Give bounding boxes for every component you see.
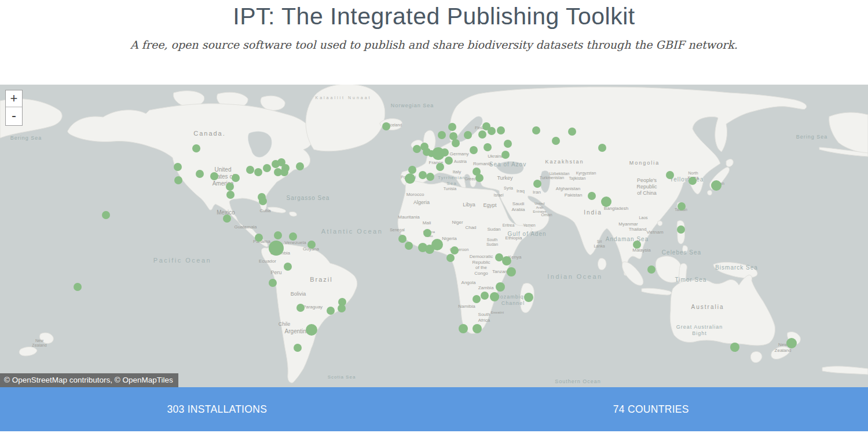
- installation-marker[interactable]: [677, 202, 686, 210]
- installation-marker[interactable]: [490, 292, 499, 301]
- installation-marker[interactable]: [532, 126, 540, 134]
- installation-marker[interactable]: [438, 131, 446, 139]
- installation-marker[interactable]: [495, 253, 503, 261]
- installation-marker[interactable]: [449, 132, 457, 140]
- stats-footer: 303 INSTALLATIONS 74 COUNTRIES: [0, 387, 868, 431]
- installation-marker[interactable]: [464, 131, 472, 139]
- installation-marker[interactable]: [473, 295, 481, 303]
- installation-marker[interactable]: [408, 166, 416, 174]
- page-subtitle: A free, open source software tool used t…: [0, 38, 868, 51]
- installation-marker[interactable]: [254, 168, 262, 176]
- installation-marker[interactable]: [338, 304, 346, 312]
- installation-marker[interactable]: [174, 176, 182, 184]
- installation-marker[interactable]: [436, 163, 444, 171]
- installation-marker[interactable]: [192, 144, 200, 152]
- installation-marker[interactable]: [502, 256, 511, 265]
- page-header: IPT: The Integrated Publishing Toolkit A…: [0, 0, 868, 85]
- installation-marker[interactable]: [246, 166, 254, 174]
- installation-marker[interactable]: [496, 282, 505, 292]
- installation-marker[interactable]: [711, 180, 721, 191]
- zoom-out-button[interactable]: -: [6, 107, 22, 125]
- installation-marker[interactable]: [280, 168, 288, 176]
- installation-marker[interactable]: [274, 231, 282, 239]
- installation-marker[interactable]: [307, 241, 316, 249]
- installation-marker[interactable]: [405, 242, 413, 250]
- installation-marker[interactable]: [588, 192, 596, 200]
- installation-marker[interactable]: [473, 324, 482, 333]
- installation-marker[interactable]: [405, 173, 415, 184]
- installation-marker[interactable]: [294, 344, 302, 352]
- installation-marker[interactable]: [497, 126, 505, 134]
- installation-marker[interactable]: [398, 235, 406, 243]
- countries-stat: 74 COUNTRIES: [434, 387, 868, 431]
- installation-marker[interactable]: [74, 283, 82, 291]
- installation-marker[interactable]: [688, 177, 697, 185]
- installation-marker[interactable]: [633, 241, 641, 249]
- installation-marker[interactable]: [269, 279, 277, 287]
- installation-marker[interactable]: [504, 140, 512, 148]
- installation-marker[interactable]: [419, 171, 427, 179]
- installation-marker[interactable]: [552, 137, 560, 145]
- installation-marker[interactable]: [481, 292, 489, 300]
- installation-marker[interactable]: [259, 197, 267, 205]
- installation-marker[interactable]: [666, 171, 674, 179]
- installation-marker[interactable]: [451, 246, 459, 254]
- installation-marker[interactable]: [263, 164, 271, 172]
- installation-marker[interactable]: [601, 197, 611, 207]
- installation-marker[interactable]: [441, 148, 449, 157]
- ipt-stats-page: IPT: The Integrated Publishing Toolkit A…: [0, 0, 868, 433]
- installation-marker[interactable]: [507, 267, 516, 276]
- installation-marker[interactable]: [478, 130, 486, 139]
- installation-marker[interactable]: [232, 174, 240, 182]
- installation-marker[interactable]: [730, 343, 739, 352]
- installation-marker[interactable]: [289, 232, 297, 241]
- installation-marker[interactable]: [426, 173, 434, 181]
- installation-marker[interactable]: [226, 191, 235, 199]
- installation-marker[interactable]: [533, 180, 541, 188]
- installation-marker[interactable]: [568, 128, 576, 136]
- installation-marker[interactable]: [327, 307, 335, 315]
- installation-marker[interactable]: [677, 225, 685, 234]
- installation-marker[interactable]: [484, 143, 492, 151]
- installation-marker[interactable]: [102, 211, 110, 219]
- installation-marker[interactable]: [269, 241, 284, 256]
- installation-marker[interactable]: [524, 293, 533, 302]
- installation-marker[interactable]: [431, 239, 443, 250]
- installation-marker[interactable]: [210, 172, 218, 180]
- installation-marker[interactable]: [598, 144, 606, 152]
- installation-marker[interactable]: [501, 151, 510, 159]
- installation-marker[interactable]: [423, 229, 431, 237]
- installation-marker[interactable]: [446, 254, 455, 262]
- installation-marker[interactable]: [448, 123, 456, 131]
- installation-marker[interactable]: [482, 122, 490, 130]
- map-zoom-control: + -: [5, 90, 23, 126]
- installation-marker[interactable]: [306, 324, 317, 336]
- installation-marker[interactable]: [647, 265, 655, 274]
- installation-marker[interactable]: [255, 234, 263, 242]
- installation-marker[interactable]: [223, 214, 231, 223]
- installation-marker[interactable]: [296, 162, 304, 170]
- installation-marker[interactable]: [174, 163, 182, 171]
- installation-marker[interactable]: [445, 157, 453, 165]
- installations-stat: 303 INSTALLATIONS: [0, 387, 434, 431]
- installation-marker[interactable]: [382, 122, 390, 130]
- installation-marker[interactable]: [470, 146, 478, 154]
- installation-marker[interactable]: [196, 170, 204, 178]
- installation-marker[interactable]: [296, 304, 305, 312]
- installation-marker[interactable]: [786, 338, 797, 348]
- installation-marker[interactable]: [475, 174, 484, 182]
- installation-marker[interactable]: [413, 145, 421, 153]
- installation-marker[interactable]: [459, 324, 468, 333]
- installation-marker[interactable]: [284, 263, 292, 271]
- map-attribution[interactable]: © OpenStreetMap contributors, © OpenMapT…: [0, 373, 178, 387]
- zoom-in-button[interactable]: +: [6, 90, 22, 107]
- world-map[interactable]: Bering SeaBering SeaNorwegian SeaSargass…: [0, 85, 868, 387]
- installation-marker[interactable]: [226, 183, 234, 191]
- installation-marker[interactable]: [452, 139, 460, 147]
- installation-markers-layer: [0, 85, 868, 387]
- page-title: IPT: The Integrated Publishing Toolkit: [0, 0, 868, 30]
